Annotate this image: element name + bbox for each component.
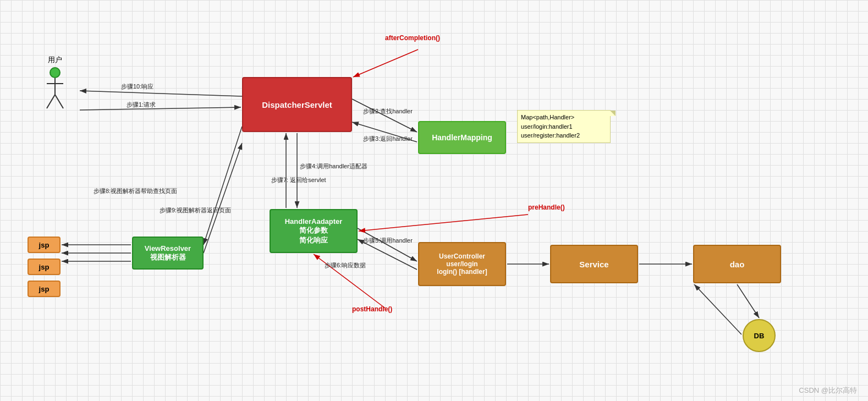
step5-label: 步骤5:调用handler <box>363 237 413 245</box>
note-line-3: user/register:handler2 <box>521 131 607 140</box>
db-circle: DB <box>743 319 776 352</box>
user-controller-box: UserController user/login login() [handl… <box>418 242 506 286</box>
jsp-box-3: jsp <box>28 281 61 297</box>
handler-mapping-label: HandlerMapping <box>432 133 492 142</box>
step9-label: 步骤9:视图解析器返回页面 <box>160 206 231 215</box>
user-controller-label1: UserController <box>439 252 485 260</box>
note-line-2: user/login:handler1 <box>521 122 607 131</box>
step8-label: 步骤8:视图解析器帮助查找页面 <box>94 187 177 195</box>
user-controller-label2: user/login <box>446 260 477 268</box>
handler-adapter-label3: 简化响应 <box>299 235 328 245</box>
view-resolver-label2: 视图解析器 <box>150 252 186 262</box>
svg-line-4 <box>80 91 242 96</box>
user-figure: 用户 <box>44 55 66 111</box>
step1-label: 步骤1:请求 <box>127 101 156 109</box>
user-stick-figure <box>44 78 66 111</box>
step3-label: 步骤3:返回handler <box>363 135 413 143</box>
svg-line-3 <box>80 107 241 110</box>
step10-label: 步骤10:响应 <box>121 83 153 91</box>
svg-line-20 <box>353 50 418 77</box>
handler-adapter-box: HandlerAadapter 简化参数 简化响应 <box>270 209 358 253</box>
view-resolver-box: ViewResolver 视图解析器 <box>132 237 204 270</box>
jsp-box-1: jsp <box>28 237 61 253</box>
db-label: DB <box>754 332 765 340</box>
dispatcher-servlet-box: DispatcherServlet <box>242 77 352 132</box>
dao-box: dao <box>693 245 781 283</box>
svg-line-14 <box>694 284 741 334</box>
handler-mapping-note: Map<path,Handler> user/login:handler1 us… <box>517 110 611 143</box>
user-head-icon <box>50 67 61 78</box>
svg-line-5 <box>352 99 417 132</box>
note-line-1: Map<path,Handler> <box>521 113 607 122</box>
dispatcher-servlet-label: DispatcherServlet <box>262 100 332 109</box>
user-controller-label3: login() [handler] <box>437 268 487 276</box>
dao-label: dao <box>730 260 745 269</box>
step4-label: 步骤4:调用handler适配器 <box>300 162 367 171</box>
svg-line-13 <box>737 284 759 318</box>
handler-adapter-label2: 简化参数 <box>299 226 328 235</box>
svg-line-25 <box>47 95 55 108</box>
step2-label: 步骤2:查找handler <box>363 107 413 116</box>
svg-line-15 <box>204 127 242 245</box>
handler-adapter-label1: HandlerAadapter <box>285 217 343 226</box>
service-label: Service <box>579 260 608 269</box>
post-handle-label: postHandle() <box>352 305 392 313</box>
view-resolver-label1: ViewResolver <box>145 244 191 252</box>
svg-line-16 <box>204 143 242 253</box>
arrows-layer <box>0 0 868 401</box>
user-label: 用户 <box>48 55 62 65</box>
pre-handle-label: preHandle() <box>528 204 565 211</box>
service-box: Service <box>550 245 638 283</box>
after-completion-label: afterCompletion() <box>385 34 440 42</box>
step7-label: 步骤7: 返回给servlet <box>271 176 326 184</box>
svg-line-9 <box>358 228 417 261</box>
svg-line-26 <box>55 95 63 108</box>
watermark: CSDN @比尔高特 <box>799 386 857 395</box>
handler-mapping-box: HandlerMapping <box>418 121 506 154</box>
jsp-box-2: jsp <box>28 259 61 275</box>
user-body <box>44 78 66 111</box>
svg-line-21 <box>359 215 528 231</box>
step6-label: 步骤6:响应数据 <box>325 261 366 270</box>
